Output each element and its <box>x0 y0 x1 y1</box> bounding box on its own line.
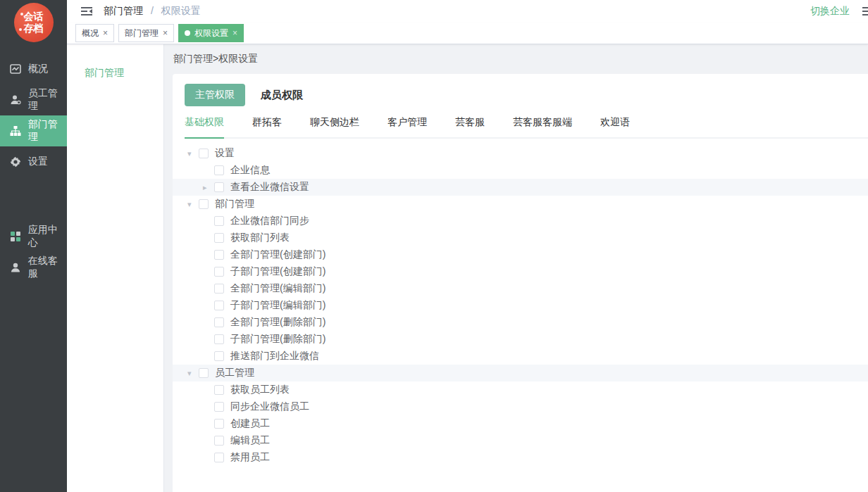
checkbox[interactable] <box>214 385 224 395</box>
tree-row[interactable]: 获取员工列表 <box>173 381 868 398</box>
tree-node-label[interactable]: 部门管理 <box>215 198 254 210</box>
tree-row[interactable]: 编辑员工 <box>173 432 868 449</box>
permission-tab[interactable]: 基础权限 <box>185 116 238 137</box>
permission-tab-label: 芸客服 <box>455 116 485 127</box>
tree-row[interactable]: 创建员工 <box>173 415 868 432</box>
checkbox[interactable] <box>214 250 224 260</box>
user-menu-icon[interactable] <box>861 6 868 17</box>
tree-row[interactable]: 全部门管理(编辑部门) <box>173 280 868 297</box>
tree-node-label[interactable]: 查看企业微信设置 <box>230 181 309 194</box>
app-grid-icon <box>10 231 21 242</box>
tag-view[interactable]: 权限设置 × <box>178 24 244 42</box>
sidebar-item[interactable]: 概况 <box>0 53 67 84</box>
tree-row[interactable]: 设置 <box>173 145 868 162</box>
tree-row[interactable]: 同步企业微信员工 <box>173 398 868 415</box>
sidebar-fold-icon[interactable] <box>80 4 94 18</box>
permission-tab[interactable]: 群拓客 <box>238 116 296 137</box>
tree-node-label[interactable]: 禁用员工 <box>230 451 270 464</box>
tree-row[interactable]: 查看企业微信设置 <box>173 179 868 196</box>
tree-node-label[interactable]: 同步企业微信员工 <box>230 400 309 413</box>
permission-tab[interactable]: 客户管理 <box>373 116 441 137</box>
sidebar-item[interactable]: 应用中心 <box>0 221 67 252</box>
tree-node-label[interactable]: 子部门管理(编辑部门) <box>230 299 326 312</box>
checkbox[interactable] <box>214 402 224 412</box>
sidebar-item[interactable]: 员工管理 <box>0 84 67 115</box>
tree-row[interactable]: 禁用员工 <box>173 449 868 466</box>
checkbox[interactable] <box>214 182 224 192</box>
customer-service-icon <box>10 262 21 273</box>
checkbox[interactable] <box>199 368 209 378</box>
caret-icon[interactable] <box>185 369 199 378</box>
tree-row[interactable]: 全部门管理(创建部门) <box>173 246 868 263</box>
tree-row[interactable]: 全部门管理(删除部门) <box>173 314 868 331</box>
secondary-sidebar: 部门管理 <box>67 44 164 492</box>
checkbox[interactable] <box>214 267 224 277</box>
checkbox[interactable] <box>199 199 209 209</box>
tree-node-label[interactable]: 子部门管理(创建部门) <box>230 265 326 278</box>
tree-row[interactable]: 企业微信部门同步 <box>173 213 868 229</box>
close-icon[interactable]: × <box>163 28 168 38</box>
checkbox[interactable] <box>214 233 224 243</box>
switch-company-link[interactable]: 切换企业 <box>810 5 850 18</box>
tree-node-label[interactable]: 企业微信部门同步 <box>230 215 309 227</box>
active-dot <box>185 30 190 36</box>
caret-icon[interactable] <box>185 149 199 158</box>
topbar: 部门管理 / 权限设置 切换企业 <box>67 0 868 23</box>
sidebar-item[interactable]: 部门管理 <box>0 115 67 146</box>
permission-tab[interactable]: 欢迎语 <box>586 116 644 137</box>
tree-node-label[interactable]: 企业信息 <box>230 164 270 177</box>
logo-sparkle <box>19 28 22 31</box>
secondary-sidebar-item-department[interactable]: 部门管理 <box>67 61 163 85</box>
checkbox[interactable] <box>214 284 224 294</box>
caret-icon[interactable] <box>200 183 214 192</box>
permission-tab[interactable]: 聊天侧边栏 <box>296 116 373 137</box>
sidebar-item-label: 在线客服 <box>28 255 67 280</box>
checkbox[interactable] <box>214 301 224 310</box>
checkbox[interactable] <box>214 334 224 344</box>
member-permission-tab[interactable]: 成员权限 <box>261 89 303 102</box>
close-icon[interactable]: × <box>103 28 108 38</box>
checkbox[interactable] <box>214 317 224 327</box>
checkbox[interactable] <box>214 165 224 175</box>
tree-node-label[interactable]: 子部门管理(删除部门) <box>230 333 326 346</box>
gear-icon <box>10 156 21 168</box>
checkbox[interactable] <box>214 453 224 462</box>
permission-tab[interactable]: 芸客服客服端 <box>499 116 586 137</box>
sidebar-item[interactable]: 在线客服 <box>0 252 67 283</box>
permission-card: 主管权限 成员权限 基础权限 群拓客 聊天侧边栏 客户管理 <box>173 74 868 492</box>
tree-node-label[interactable]: 编辑员工 <box>230 434 270 447</box>
checkbox[interactable] <box>214 216 224 226</box>
tag-view[interactable]: 部门管理 × <box>118 24 174 42</box>
caret-icon[interactable] <box>185 200 199 209</box>
sidebar-item[interactable]: 设置 <box>0 146 67 177</box>
tag-view[interactable]: 概况 × <box>75 24 114 42</box>
tree-node-label[interactable]: 获取部门列表 <box>230 232 290 244</box>
tree-node-label[interactable]: 全部门管理(删除部门) <box>230 316 326 329</box>
breadcrumb-current: 权限设置 <box>161 5 201 16</box>
tree-row[interactable]: 部门管理 <box>173 196 868 213</box>
checkbox[interactable] <box>214 436 224 446</box>
app-root: 会话 存档 概况 <box>0 0 868 492</box>
tree-node-label[interactable]: 员工管理 <box>215 367 254 379</box>
checkbox[interactable] <box>214 419 224 429</box>
close-icon[interactable]: × <box>232 28 237 38</box>
tree-row[interactable]: 获取部门列表 <box>173 229 868 246</box>
tree-node-label[interactable]: 全部门管理(创建部门) <box>230 248 326 261</box>
checkbox[interactable] <box>214 351 224 361</box>
tree-node-label[interactable]: 全部门管理(编辑部门) <box>230 282 326 295</box>
breadcrumb-parent[interactable]: 部门管理 <box>104 5 143 16</box>
supervisor-permission-tab[interactable]: 主管权限 <box>185 84 245 106</box>
tree-node-label[interactable]: 推送部门到企业微信 <box>230 350 319 362</box>
tree-node-label[interactable]: 创建员工 <box>230 417 270 430</box>
checkbox[interactable] <box>199 149 209 158</box>
tree-row[interactable]: 子部门管理(编辑部门) <box>173 297 868 314</box>
tree-row[interactable]: 推送部门到企业微信 <box>173 348 868 365</box>
tree-row[interactable]: 员工管理 <box>173 365 868 381</box>
tree-row[interactable]: 企业信息 <box>173 162 868 179</box>
tree-node-label[interactable]: 获取员工列表 <box>230 384 290 396</box>
permission-tree: 设置 企业信息 查看企业微信设置 <box>173 145 868 466</box>
tree-row[interactable]: 子部门管理(创建部门) <box>173 263 868 280</box>
tree-node-label[interactable]: 设置 <box>215 147 235 160</box>
permission-tab[interactable]: 芸客服 <box>441 116 499 137</box>
tree-row[interactable]: 子部门管理(删除部门) <box>173 331 868 348</box>
